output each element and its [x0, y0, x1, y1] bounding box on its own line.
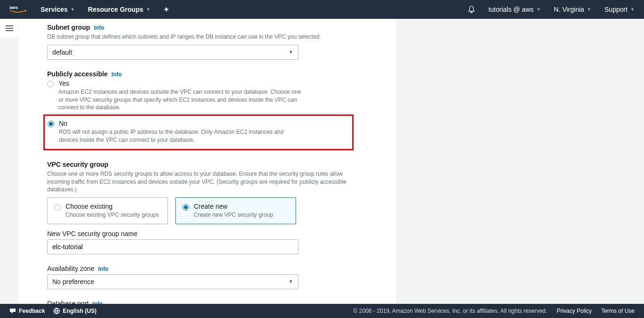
public-access-yes-title: Yes [58, 80, 349, 87]
caret-down-icon: ▼ [71, 7, 75, 12]
terms-link[interactable]: Terms of Use [601, 308, 635, 314]
public-access-label: Publicly accessible [47, 70, 107, 78]
footer-bar: Feedback English (US) © 2008 - 2019, Ama… [0, 304, 644, 318]
radio-checked-icon [182, 204, 189, 211]
region-menu[interactable]: N. Virginia ▼ [554, 6, 591, 13]
vpc-sg-create-title: Create new [194, 203, 289, 210]
privacy-link[interactable]: Privacy Policy [557, 308, 592, 314]
account-menu[interactable]: tutorials @ aws ▼ [488, 6, 541, 13]
public-access-field: Publicly accessible Info Yes Amazon EC2 … [47, 70, 349, 150]
az-label: Availability zone [47, 265, 94, 272]
vpc-sg-label: VPC security group [47, 161, 108, 168]
dropdown-arrow-icon: ▼ [289, 279, 293, 284]
resource-groups-menu[interactable]: Resource Groups ▼ [88, 6, 150, 13]
region-label: N. Virginia [554, 6, 584, 13]
notifications-button[interactable] [468, 6, 475, 13]
caret-down-icon: ▼ [146, 7, 150, 12]
caret-down-icon: ▼ [537, 7, 541, 12]
vpc-sg-create-option[interactable]: Create new Create new VPC security group [175, 197, 296, 224]
public-access-yes-radio[interactable]: Yes Amazon EC2 instances and devices out… [47, 80, 349, 112]
aws-logo[interactable]: aws [9, 4, 26, 15]
top-navigation: aws Services ▼ Resource Groups ▼ ✦ tutor… [0, 0, 644, 19]
radio-icon [47, 81, 54, 87]
feedback-link[interactable]: Feedback [9, 308, 45, 314]
az-info-link[interactable]: Info [98, 266, 108, 272]
bell-icon [468, 6, 475, 13]
subnet-group-select[interactable]: default ▼ [47, 45, 298, 60]
aws-logo-icon: aws [9, 4, 26, 15]
new-sg-name-input[interactable] [47, 239, 298, 254]
db-port-field: Database port Info TCP/IP port the datab… [47, 300, 349, 304]
services-label: Services [41, 6, 68, 13]
db-port-info-link[interactable]: Info [92, 301, 103, 304]
pin-button[interactable]: ✦ [164, 6, 169, 13]
support-menu[interactable]: Support ▼ [604, 6, 635, 13]
subnet-group-desc: DB subnet group that defines which subne… [47, 33, 349, 41]
public-access-yes-desc: Amazon EC2 instances and devices outside… [58, 88, 304, 112]
new-sg-name-label: New VPC security group name [47, 230, 137, 237]
vpc-sg-create-desc: Create new VPC security group [194, 211, 289, 219]
resource-groups-label: Resource Groups [88, 6, 143, 13]
globe-icon [53, 308, 60, 314]
feedback-label: Feedback [19, 308, 45, 314]
db-port-label: Database port [47, 300, 89, 304]
radio-checked-icon [48, 121, 54, 127]
svg-text:aws: aws [9, 5, 18, 10]
sidebar-toggle[interactable] [0, 19, 19, 38]
vpc-sg-field: VPC security group Choose one or more RD… [47, 161, 349, 254]
language-label: English (US) [63, 308, 96, 314]
subnet-group-value: default [52, 49, 289, 56]
caret-down-icon: ▼ [630, 7, 635, 12]
az-select[interactable]: No preference ▼ [47, 274, 298, 289]
vpc-sg-desc: Choose one or more RDS security groups t… [47, 170, 349, 194]
language-selector[interactable]: English (US) [53, 308, 96, 314]
public-access-no-title: No [59, 120, 347, 127]
public-access-no-radio[interactable]: No RDS will not assign a public IP addre… [48, 120, 347, 144]
public-access-no-highlight: No RDS will not assign a public IP addre… [43, 114, 354, 150]
subnet-group-label: Subnet group [47, 24, 90, 31]
public-access-no-desc: RDS will not assign a public IP address … [59, 128, 295, 144]
vpc-sg-existing-title: Choose existing [66, 203, 161, 210]
az-field: Availability zone Info No preference ▼ [47, 265, 349, 289]
az-value: No preference [52, 278, 289, 285]
main-area: Subnet group Info DB subnet group that d… [19, 19, 644, 304]
support-label: Support [604, 6, 627, 13]
form-panel: Subnet group Info DB subnet group that d… [19, 19, 396, 304]
vpc-sg-existing-desc: Choose existing VPC security groups [66, 211, 161, 219]
services-menu[interactable]: Services ▼ [41, 6, 75, 13]
pin-icon: ✦ [164, 6, 169, 13]
copyright-text: © 2008 - 2019, Amazon Web Services, Inc.… [353, 308, 547, 314]
dropdown-arrow-icon: ▼ [289, 49, 293, 55]
vpc-sg-existing-option[interactable]: Choose existing Choose existing VPC secu… [47, 197, 168, 224]
chat-icon [9, 308, 16, 314]
hamburger-icon [6, 25, 13, 31]
subnet-group-field: Subnet group Info DB subnet group that d… [47, 24, 349, 60]
subnet-group-info-link[interactable]: Info [94, 24, 104, 31]
radio-icon [54, 204, 61, 211]
account-label: tutorials @ aws [488, 6, 534, 13]
caret-down-icon: ▼ [587, 7, 591, 12]
public-access-info-link[interactable]: Info [111, 71, 122, 78]
